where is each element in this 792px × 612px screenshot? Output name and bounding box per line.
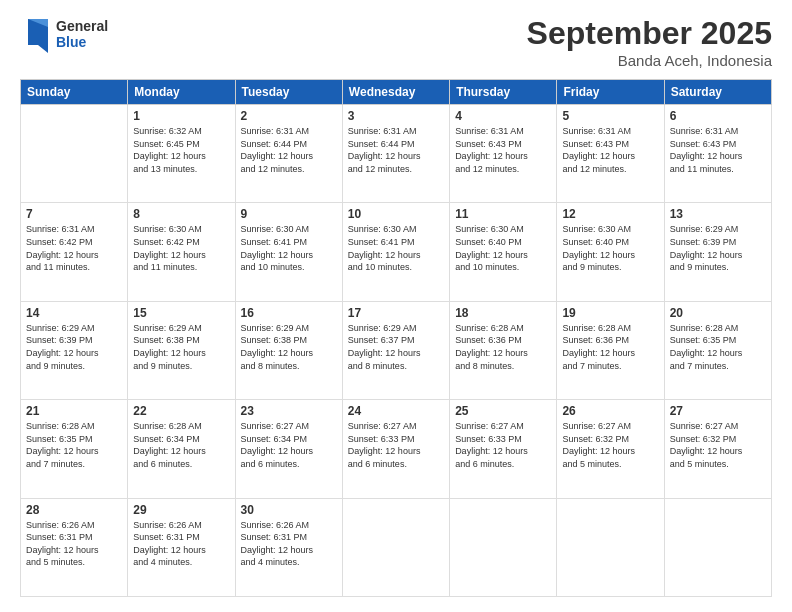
day-info: Sunrise: 6:28 AM Sunset: 6:36 PM Dayligh… [455, 322, 551, 372]
calendar-day-cell: 13Sunrise: 6:29 AM Sunset: 6:39 PM Dayli… [664, 203, 771, 301]
day-number: 30 [241, 503, 337, 517]
svg-marker-2 [38, 45, 48, 53]
day-info: Sunrise: 6:31 AM Sunset: 6:43 PM Dayligh… [562, 125, 658, 175]
logo-general: General [56, 18, 108, 34]
location: Banda Aceh, Indonesia [527, 52, 772, 69]
calendar-day-cell: 2Sunrise: 6:31 AM Sunset: 6:44 PM Daylig… [235, 105, 342, 203]
day-info: Sunrise: 6:27 AM Sunset: 6:33 PM Dayligh… [348, 420, 444, 470]
calendar-day-cell: 4Sunrise: 6:31 AM Sunset: 6:43 PM Daylig… [450, 105, 557, 203]
month-title: September 2025 [527, 15, 772, 52]
day-info: Sunrise: 6:28 AM Sunset: 6:35 PM Dayligh… [670, 322, 766, 372]
calendar-day-cell: 24Sunrise: 6:27 AM Sunset: 6:33 PM Dayli… [342, 400, 449, 498]
calendar-week-row: 21Sunrise: 6:28 AM Sunset: 6:35 PM Dayli… [21, 400, 772, 498]
weekday-header: Friday [557, 80, 664, 105]
calendar-day-cell: 29Sunrise: 6:26 AM Sunset: 6:31 PM Dayli… [128, 498, 235, 596]
calendar-day-cell: 20Sunrise: 6:28 AM Sunset: 6:35 PM Dayli… [664, 301, 771, 399]
calendar-day-cell: 23Sunrise: 6:27 AM Sunset: 6:34 PM Dayli… [235, 400, 342, 498]
day-info: Sunrise: 6:31 AM Sunset: 6:44 PM Dayligh… [241, 125, 337, 175]
day-info: Sunrise: 6:29 AM Sunset: 6:39 PM Dayligh… [670, 223, 766, 273]
day-info: Sunrise: 6:32 AM Sunset: 6:45 PM Dayligh… [133, 125, 229, 175]
day-number: 2 [241, 109, 337, 123]
logo-text: General Blue [56, 18, 108, 50]
calendar-week-row: 28Sunrise: 6:26 AM Sunset: 6:31 PM Dayli… [21, 498, 772, 596]
day-number: 10 [348, 207, 444, 221]
calendar-day-cell: 10Sunrise: 6:30 AM Sunset: 6:41 PM Dayli… [342, 203, 449, 301]
day-info: Sunrise: 6:28 AM Sunset: 6:34 PM Dayligh… [133, 420, 229, 470]
day-info: Sunrise: 6:30 AM Sunset: 6:40 PM Dayligh… [562, 223, 658, 273]
weekday-header: Sunday [21, 80, 128, 105]
calendar-day-cell: 27Sunrise: 6:27 AM Sunset: 6:32 PM Dayli… [664, 400, 771, 498]
day-info: Sunrise: 6:31 AM Sunset: 6:42 PM Dayligh… [26, 223, 122, 273]
weekday-header: Wednesday [342, 80, 449, 105]
day-number: 13 [670, 207, 766, 221]
calendar-day-cell: 5Sunrise: 6:31 AM Sunset: 6:43 PM Daylig… [557, 105, 664, 203]
calendar-day-cell: 6Sunrise: 6:31 AM Sunset: 6:43 PM Daylig… [664, 105, 771, 203]
day-info: Sunrise: 6:30 AM Sunset: 6:41 PM Dayligh… [348, 223, 444, 273]
logo-icon [20, 15, 52, 53]
calendar-day-cell [342, 498, 449, 596]
calendar-day-cell: 25Sunrise: 6:27 AM Sunset: 6:33 PM Dayli… [450, 400, 557, 498]
calendar-day-cell: 30Sunrise: 6:26 AM Sunset: 6:31 PM Dayli… [235, 498, 342, 596]
day-number: 4 [455, 109, 551, 123]
day-info: Sunrise: 6:27 AM Sunset: 6:34 PM Dayligh… [241, 420, 337, 470]
day-number: 26 [562, 404, 658, 418]
title-block: September 2025 Banda Aceh, Indonesia [527, 15, 772, 69]
calendar-day-cell: 3Sunrise: 6:31 AM Sunset: 6:44 PM Daylig… [342, 105, 449, 203]
calendar-week-row: 1Sunrise: 6:32 AM Sunset: 6:45 PM Daylig… [21, 105, 772, 203]
day-number: 25 [455, 404, 551, 418]
day-number: 22 [133, 404, 229, 418]
day-number: 16 [241, 306, 337, 320]
day-info: Sunrise: 6:26 AM Sunset: 6:31 PM Dayligh… [133, 519, 229, 569]
calendar-day-cell: 1Sunrise: 6:32 AM Sunset: 6:45 PM Daylig… [128, 105, 235, 203]
day-info: Sunrise: 6:27 AM Sunset: 6:33 PM Dayligh… [455, 420, 551, 470]
day-info: Sunrise: 6:26 AM Sunset: 6:31 PM Dayligh… [26, 519, 122, 569]
day-number: 27 [670, 404, 766, 418]
calendar-day-cell: 15Sunrise: 6:29 AM Sunset: 6:38 PM Dayli… [128, 301, 235, 399]
weekday-header: Tuesday [235, 80, 342, 105]
day-number: 21 [26, 404, 122, 418]
day-info: Sunrise: 6:27 AM Sunset: 6:32 PM Dayligh… [562, 420, 658, 470]
page: General Blue September 2025 Banda Aceh, … [0, 0, 792, 612]
day-number: 3 [348, 109, 444, 123]
day-info: Sunrise: 6:30 AM Sunset: 6:41 PM Dayligh… [241, 223, 337, 273]
logo: General Blue [20, 15, 108, 53]
day-number: 18 [455, 306, 551, 320]
day-number: 19 [562, 306, 658, 320]
calendar-day-cell: 26Sunrise: 6:27 AM Sunset: 6:32 PM Dayli… [557, 400, 664, 498]
day-number: 23 [241, 404, 337, 418]
day-info: Sunrise: 6:30 AM Sunset: 6:42 PM Dayligh… [133, 223, 229, 273]
day-info: Sunrise: 6:29 AM Sunset: 6:39 PM Dayligh… [26, 322, 122, 372]
day-number: 24 [348, 404, 444, 418]
day-number: 29 [133, 503, 229, 517]
day-info: Sunrise: 6:29 AM Sunset: 6:38 PM Dayligh… [241, 322, 337, 372]
calendar-week-row: 7Sunrise: 6:31 AM Sunset: 6:42 PM Daylig… [21, 203, 772, 301]
calendar-header-row: SundayMondayTuesdayWednesdayThursdayFrid… [21, 80, 772, 105]
calendar-day-cell: 19Sunrise: 6:28 AM Sunset: 6:36 PM Dayli… [557, 301, 664, 399]
day-number: 20 [670, 306, 766, 320]
calendar-table: SundayMondayTuesdayWednesdayThursdayFrid… [20, 79, 772, 597]
day-number: 15 [133, 306, 229, 320]
day-number: 8 [133, 207, 229, 221]
calendar-day-cell: 9Sunrise: 6:30 AM Sunset: 6:41 PM Daylig… [235, 203, 342, 301]
day-info: Sunrise: 6:28 AM Sunset: 6:36 PM Dayligh… [562, 322, 658, 372]
day-number: 11 [455, 207, 551, 221]
calendar-day-cell [557, 498, 664, 596]
calendar-day-cell: 17Sunrise: 6:29 AM Sunset: 6:37 PM Dayli… [342, 301, 449, 399]
calendar-day-cell: 22Sunrise: 6:28 AM Sunset: 6:34 PM Dayli… [128, 400, 235, 498]
day-info: Sunrise: 6:28 AM Sunset: 6:35 PM Dayligh… [26, 420, 122, 470]
day-number: 5 [562, 109, 658, 123]
day-info: Sunrise: 6:26 AM Sunset: 6:31 PM Dayligh… [241, 519, 337, 569]
calendar-day-cell: 11Sunrise: 6:30 AM Sunset: 6:40 PM Dayli… [450, 203, 557, 301]
calendar-day-cell [21, 105, 128, 203]
weekday-header: Saturday [664, 80, 771, 105]
day-info: Sunrise: 6:29 AM Sunset: 6:37 PM Dayligh… [348, 322, 444, 372]
day-number: 12 [562, 207, 658, 221]
calendar-day-cell: 16Sunrise: 6:29 AM Sunset: 6:38 PM Dayli… [235, 301, 342, 399]
calendar-day-cell [664, 498, 771, 596]
day-info: Sunrise: 6:31 AM Sunset: 6:43 PM Dayligh… [455, 125, 551, 175]
day-info: Sunrise: 6:31 AM Sunset: 6:43 PM Dayligh… [670, 125, 766, 175]
calendar-day-cell: 28Sunrise: 6:26 AM Sunset: 6:31 PM Dayli… [21, 498, 128, 596]
day-info: Sunrise: 6:30 AM Sunset: 6:40 PM Dayligh… [455, 223, 551, 273]
day-info: Sunrise: 6:27 AM Sunset: 6:32 PM Dayligh… [670, 420, 766, 470]
calendar-day-cell: 12Sunrise: 6:30 AM Sunset: 6:40 PM Dayli… [557, 203, 664, 301]
